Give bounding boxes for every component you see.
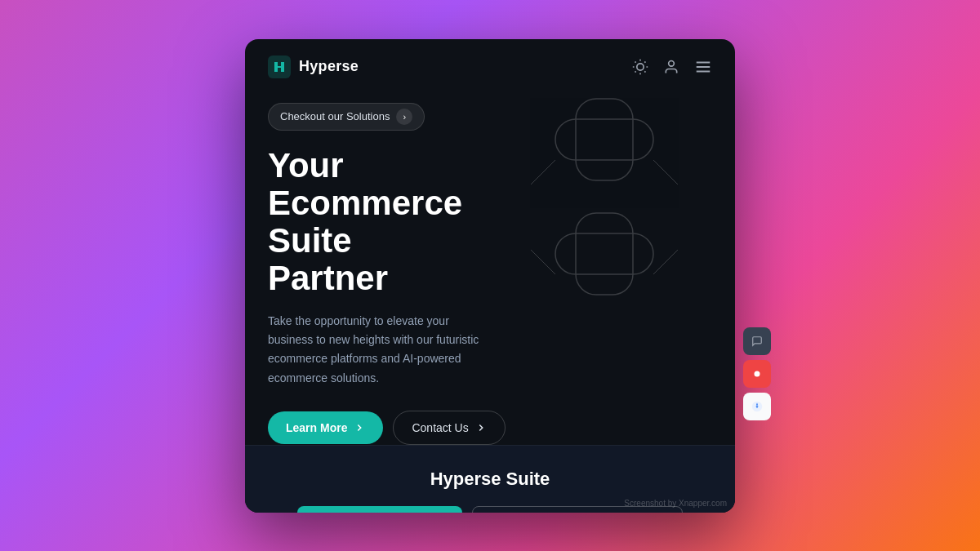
hero-title-line2: Ecommerce [268,184,462,222]
svg-rect-17 [576,213,633,295]
hero-section: Checkout our Solutions › Your Ecommerce … [245,95,735,445]
side-buttons [743,327,771,420]
svg-point-1 [637,63,644,69]
chat-side-button[interactable] [743,327,771,355]
recaptcha-side-button[interactable] [743,393,771,420]
theme-toggle-icon[interactable] [632,59,648,75]
badge-arrow-icon: › [396,109,412,125]
hero-title-line1: Your [268,146,344,184]
solutions-badge[interactable]: Checkout our Solutions › [268,103,425,131]
app-window: Hyperse [245,39,735,513]
learn-more-button[interactable]: Learn More [268,411,383,444]
svg-point-10 [669,60,675,66]
logo-icon [268,56,291,78]
svg-rect-15 [576,99,633,180]
nav-actions [632,58,712,76]
svg-line-20 [531,250,555,274]
watermark: Screenshot by Xnapper.com [624,499,727,508]
svg-rect-14 [555,119,653,160]
svg-point-24 [755,371,760,377]
hero-decoration [490,87,719,348]
svg-line-9 [644,61,645,62]
logo-text: Hyperse [299,58,359,75]
badge-text: Checkout our Solutions [280,110,390,122]
hero-title-line3: Suite Partner [268,221,388,297]
suite-title: Hyperse Suite [268,469,712,490]
user-icon[interactable] [663,59,679,75]
contact-us-button[interactable]: Contact Us [393,411,505,445]
svg-line-18 [531,160,555,184]
svg-rect-16 [555,233,653,274]
hero-description: Take the opportunity to elevate your bus… [268,312,497,387]
record-side-button[interactable] [743,360,771,388]
svg-line-4 [635,61,636,62]
menu-icon[interactable] [694,58,712,76]
svg-line-8 [635,71,636,72]
hero-buttons: Learn More Contact Us [268,411,712,445]
logo-area: Hyperse [268,56,359,78]
suite-book-button[interactable]: Hyperse Suite Book [297,506,462,513]
svg-line-21 [653,250,678,274]
navbar: Hyperse [245,39,735,95]
svg-line-19 [653,160,678,184]
svg-line-5 [644,71,645,72]
hero-title: Your Ecommerce Suite Partner [268,147,480,298]
